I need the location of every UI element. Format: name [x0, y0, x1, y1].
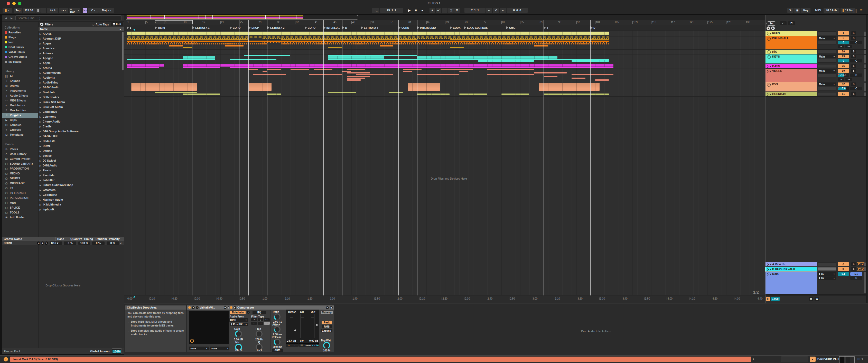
knob-control[interactable]	[323, 342, 330, 349]
locator[interactable]: SOLO CUERDAS	[464, 26, 488, 29]
expand-triangle-icon[interactable]: ▶	[39, 158, 43, 163]
filter-shape-button[interactable]: ⊓	[258, 322, 263, 325]
expand-triangle-icon[interactable]: ▶	[39, 100, 43, 105]
locator[interactable]: 1	[127, 26, 131, 29]
expand-triangle-icon[interactable]: ▶	[39, 81, 43, 85]
fold-device-icon[interactable]: ▶	[234, 306, 236, 309]
set-locator-button[interactable]: Set	[767, 21, 776, 26]
plugin-list-item[interactable]: ▶Goodhertz	[38, 192, 122, 197]
clip-segment[interactable]	[127, 64, 164, 66]
save-groove-icon[interactable]: ▣	[41, 241, 44, 245]
return-track-b-reverb-valh[interactable]: ▸B REVERB VALHBSPost	[766, 267, 868, 272]
loop-brace[interactable]: ▹◃	[155, 20, 193, 24]
clip-segment[interactable]	[347, 78, 365, 79]
plugin-list-item[interactable]: ▶Cableguys	[38, 110, 122, 114]
expand-triangle-icon[interactable]: ▶	[39, 203, 43, 207]
overdub-button[interactable]: +	[430, 8, 435, 13]
clip-segment[interactable]	[450, 47, 464, 48]
plugin-list-item[interactable]: ▶denise	[38, 153, 122, 158]
locator-row[interactable]: 1churuESTROFA 1CORODROPESTROFA 2COROINTE…	[124, 25, 765, 31]
expand-triangle-icon[interactable]: ▶	[39, 61, 43, 66]
clip-segment[interactable]	[595, 80, 609, 81]
plugin-list-item[interactable]: ▶Denise	[38, 149, 122, 153]
zoom-height-button[interactable]: H	[809, 297, 813, 301]
plugin-list-item[interactable]: ▶FabFilter	[38, 178, 122, 183]
expand-triangle-icon[interactable]: ▶	[39, 193, 43, 198]
expand-triangle-icon[interactable]: ▶	[39, 95, 43, 100]
clip-segment[interactable]	[403, 69, 422, 70]
main-peak-field[interactable]: 5.6	[850, 272, 862, 276]
show-device-panel-button[interactable]: ▲	[810, 357, 815, 362]
groove-row[interactable]: CORO⇄▣↻1/16 ▾0 %100 %0 %0 %◀	[2, 241, 124, 245]
track-resize-grip[interactable]	[864, 83, 866, 91]
play-button[interactable]: ▶	[408, 8, 411, 12]
sidebar-item-midi[interactable]: ▢MIDI	[2, 201, 38, 205]
sidebar-item-inst[interactable]: Inst	[2, 40, 38, 45]
track-resize-grip[interactable]	[864, 32, 866, 36]
plugin-list-item[interactable]: ▶Cherry Audio	[38, 119, 122, 124]
plugin-list-item[interactable]: ▶IK Multimedia	[38, 202, 122, 207]
clip-segment[interactable]	[155, 92, 196, 93]
groove-random-field[interactable]: 0 %	[92, 241, 104, 245]
stop-button[interactable]: ■	[414, 8, 417, 12]
return-track-a-reverb[interactable]: ▸A ReverbASPost	[766, 262, 868, 267]
clip-segment[interactable]	[450, 39, 609, 40]
expand-triangle-icon[interactable]: ▶	[39, 168, 43, 173]
output-routing-menu[interactable]: Main▼	[818, 83, 836, 86]
cue-out-menu[interactable]: ⦀ 1/2▼	[818, 272, 836, 276]
clip-segment[interactable]	[342, 71, 351, 72]
track-menu-icon[interactable]: ≡	[767, 83, 771, 87]
sidebar-item-vocal-packs[interactable]: Vocal Packs	[2, 50, 38, 55]
loop-start-field[interactable]: 7. 1. 1	[464, 8, 486, 13]
clip-segment[interactable]	[328, 56, 384, 59]
groove-velocity-field[interactable]: 0 %	[106, 241, 119, 245]
track-header-cuerdas[interactable]: ≡CUERDAS61S	[766, 92, 868, 97]
next-locator-button[interactable]: ▶	[771, 27, 775, 30]
save-preset-icon[interactable]: ▣	[330, 306, 333, 309]
clip-row-bvs[interactable]	[124, 82, 765, 92]
plugin-edit-icon[interactable]: ⟋	[196, 306, 198, 309]
filter-shape-button[interactable]: ∿⟋	[264, 318, 270, 321]
knob-control[interactable]	[274, 313, 280, 320]
loop-toggle[interactable]: ⟲	[493, 8, 499, 13]
draw-mode-button[interactable]: ✎	[787, 8, 794, 13]
filter-shape-button[interactable]: ◠	[251, 322, 257, 325]
clip-segment[interactable]	[127, 43, 267, 44]
post-toggle[interactable]: Post	[857, 262, 865, 266]
locator[interactable]: ESTROFA 2	[267, 26, 284, 29]
clip-segment[interactable]	[347, 80, 361, 81]
plugin-list-item[interactable]: ▶AudioThing	[38, 80, 122, 85]
midi-map-button[interactable]: MIDI	[813, 8, 823, 13]
track-header-bass[interactable]: ≡BASS35S	[766, 64, 868, 69]
clip-segment[interactable]	[281, 39, 417, 40]
browser-forward-button[interactable]: ▶	[9, 16, 14, 20]
sidebar-item-drums[interactable]: ▢DRUMS	[2, 176, 38, 181]
hot-swap-icon[interactable]: ⇄	[37, 241, 40, 245]
back-to-arrangement-button[interactable]: ←	[442, 8, 447, 13]
expand-triangle-icon[interactable]: ▶	[39, 207, 43, 212]
track-number-box[interactable]: 23	[838, 55, 849, 58]
sidebar-item-sound-library[interactable]: ▢SOUND LIBRARY	[2, 161, 38, 166]
clip-segment[interactable]	[127, 42, 197, 43]
clip-grid[interactable]: Drop Files and Devices Here	[124, 31, 765, 296]
plugin-list-item[interactable]: ▶Celemony	[38, 114, 122, 119]
filter-shape-button[interactable]: ◠	[264, 322, 270, 325]
clip-segment[interactable]	[440, 69, 473, 70]
track-resize-grip[interactable]	[864, 272, 866, 293]
track-name-block[interactable]: ≡BASS	[766, 64, 817, 68]
clip-segment[interactable]	[290, 69, 309, 70]
plugin-list-item[interactable]: ▶DJ Swivel	[38, 158, 122, 163]
plugin-list-item[interactable]: ▶Inphonik	[38, 207, 122, 212]
clip-segment[interactable]	[534, 45, 548, 47]
clip-device-drop-area[interactable]: Clip/Device Drop Area You can create new…	[125, 305, 186, 352]
clip-segment[interactable]	[544, 76, 557, 77]
main-volume-field[interactable]: 0.1	[838, 272, 849, 276]
waveform-zoom-button[interactable]: ılı	[766, 297, 770, 301]
plugin-list-item[interactable]: ▶Audiomovers	[38, 70, 122, 75]
clip-segment[interactable]	[262, 38, 609, 39]
plugin-list-item[interactable]: ▶D16 Group Audio Software	[38, 129, 122, 134]
clip-segment[interactable]	[544, 93, 609, 95]
device-on-led[interactable]	[230, 306, 232, 309]
expand-triangle-icon[interactable]: ▶	[39, 173, 43, 178]
plugin-list-item[interactable]: ▶GMasters	[38, 187, 122, 192]
